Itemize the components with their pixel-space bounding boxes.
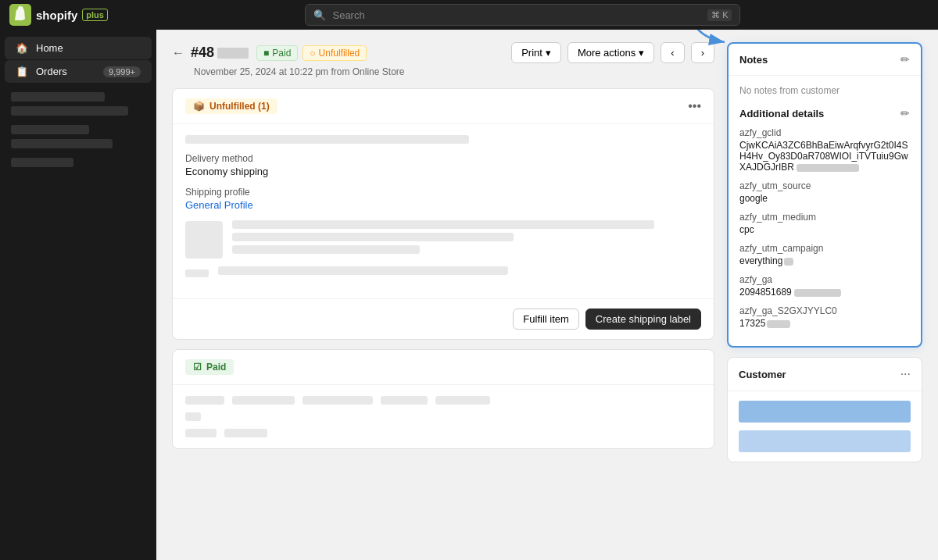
left-column: ← #48 ■ Paid ○ Unfulfilled Print [172,42,714,548]
additional-details-edit-button[interactable]: ✏ [900,107,910,119]
paid-col-7 [185,429,217,437]
nav-next-button[interactable]: › [691,42,714,63]
delivery-method-label: Delivery method [185,153,701,164]
detail-key-ga: azfy_ga [739,274,910,285]
paid-card: ☑ Paid [172,349,714,449]
detail-value-ga: 2094851689 [739,287,910,298]
paid-card-badge: ☑ Paid [185,359,234,375]
detail-value-ga-s2g: 17325 [739,318,910,329]
sidebar-placeholder-2 [11,106,128,116]
search-bar[interactable]: 🔍 Search ⌘ K [305,4,740,26]
unfulfilled-card-header: 📦 Unfulfilled (1) ••• [173,89,714,124]
unfulfilled-card-menu[interactable]: ••• [688,99,701,113]
detail-item-utm-medium: azfy_utm_medium cpc [739,212,910,235]
notes-title: Notes [739,54,768,66]
paid-col-4 [381,396,428,405]
right-column: Notes ✏ No notes from customer Additiona… [727,42,922,548]
paid-col-2 [232,396,295,405]
back-button[interactable]: ← [172,46,184,60]
detail-value-utm-source: google [739,193,910,204]
notes-edit-button[interactable]: ✏ [900,53,910,66]
customer-header: Customer ··· [728,358,922,391]
search-placeholder: Search [332,9,364,21]
orders-badge: 9,999+ [103,66,141,77]
delivery-method-value: Economy shipping [185,166,701,177]
customer-title: Customer [739,369,786,380]
detail-item-ga-s2g: azfy_ga_S2GXJYYLC0 17325 [739,305,910,329]
sidebar-item-home-label: Home [36,42,63,54]
detail-value-utm-campaign: everything [739,255,910,266]
nav-prev-button[interactable]: ‹ [661,42,684,63]
orders-icon: 📋 [16,66,28,77]
print-button[interactable]: Print ▾ [511,42,561,63]
paid-badge: ■ Paid [256,45,298,61]
paid-row-2 [185,412,701,421]
product-row-1 [185,220,701,259]
notes-header: Notes ✏ [729,44,921,76]
sidebar-item-home[interactable]: 🏠 Home [5,37,152,59]
detail-key-ga-s2g: azfy_ga_S2GXJYYLC0 [739,305,910,316]
paid-col-8 [224,429,267,437]
no-notes-text: No notes from customer [739,85,910,96]
sidebar-placeholder-4 [11,139,113,148]
logo: shopify plus [9,4,108,26]
product-variant-1 [232,233,514,241]
shipping-profile-label: Shipping profile [185,187,701,198]
address-placeholder-1 [185,135,469,144]
sidebar-item-orders[interactable]: 📋 Orders 9,999+ [5,60,152,83]
chevron-down-icon-2: ▾ [639,47,644,59]
customer-menu-button[interactable]: ··· [900,367,911,381]
notes-card: Notes ✏ No notes from customer Additiona… [727,42,922,348]
logo-plus: plus [82,9,108,21]
product-details-2 [218,266,701,280]
detail-key-gclid: azfy_gclid [739,127,910,138]
paid-col-1 [185,396,224,405]
order-actions: Print ▾ More actions ▾ ‹ › [511,42,714,63]
product-image-1 [185,221,223,259]
blur-gclid [797,164,859,172]
unfulfilled-card-body: Delivery method Economy shipping Shippin… [173,124,714,298]
detail-value-gclid: CjwKCAiA3ZC6BhBaEiwArqfvyrG2t0I4SH4Hv_Oy… [739,140,910,173]
detail-key-utm-source: azfy_utm_source [739,180,910,191]
order-number: #48 [191,45,249,61]
product-placeholder-2 [185,269,209,277]
sidebar-item-orders-label: Orders [36,66,67,77]
order-meta: November 25, 2024 at 10:22 pm from Onlin… [194,66,714,77]
notes-body: No notes from customer Additional detail… [729,76,921,346]
detail-value-utm-medium: cpc [739,224,910,235]
paid-col-3 [303,396,373,405]
sidebar-placeholder-1 [11,92,105,102]
customer-body [728,391,922,462]
detail-item-utm-source: azfy_utm_source google [739,180,910,204]
box-icon: 📦 [193,101,205,112]
topnav: shopify plus 🔍 Search ⌘ K [0,0,938,30]
unfulfilled-badge: ○ Unfulfilled [303,45,367,61]
order-header-row: ← #48 ■ Paid ○ Unfulfilled Print [172,42,714,63]
checkbox-icon: ☑ [193,362,202,373]
main-content: ← #48 ■ Paid ○ Unfulfilled Print [156,30,938,560]
shipping-profile-link[interactable]: General Profile [185,199,253,211]
detail-item-gclid: azfy_gclid CjwKCAiA3ZC6BhBaEiwArqfvyrG2t… [739,127,910,173]
paid-card-body [173,385,714,448]
blur-campaign [784,258,793,266]
home-icon: 🏠 [16,42,28,54]
customer-card: Customer ··· [727,357,922,462]
blur-ga [794,289,841,297]
fulfill-item-button[interactable]: Fulfill item [513,309,579,330]
create-shipping-label-button[interactable]: Create shipping label [585,309,701,330]
blur-ga-s2g [767,320,790,328]
delivery-method-section: Delivery method Economy shipping [185,153,701,177]
product-qty-1 [232,245,420,254]
search-shortcut: ⌘ K [707,9,732,21]
detail-key-utm-medium: azfy_utm_medium [739,212,910,223]
paid-col-6 [185,412,201,421]
customer-placeholder-2 [739,430,911,452]
sidebar-placeholder-3 [11,125,89,134]
detail-item-ga: azfy_ga 2094851689 [739,274,910,298]
more-actions-button[interactable]: More actions ▾ [567,42,654,63]
additional-details-header: Additional details ✏ [739,107,910,119]
customer-placeholder-1 [739,401,911,423]
shipping-profile-section: Shipping profile General Profile [185,187,701,211]
search-icon: 🔍 [313,9,326,21]
unfulfilled-card: 📦 Unfulfilled (1) ••• Delivery method Ec… [172,88,714,340]
